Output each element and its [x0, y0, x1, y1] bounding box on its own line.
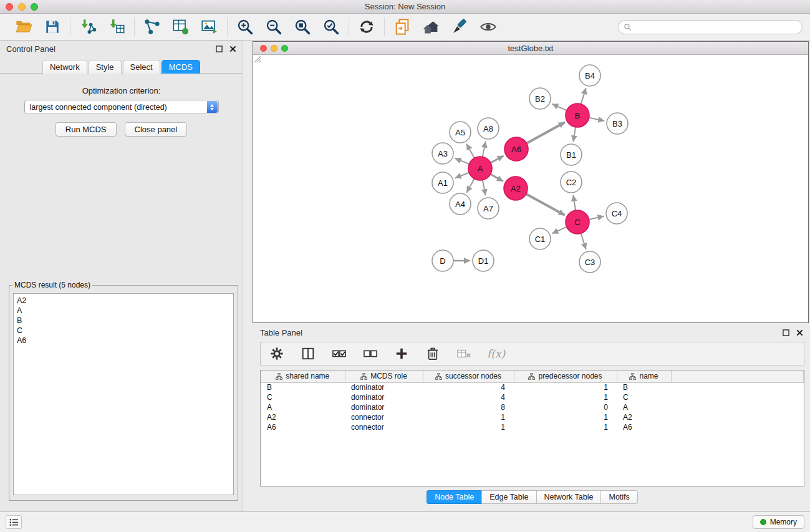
column-header-predecessor-nodes[interactable]: predecessor nodes	[514, 370, 617, 382]
edge-A6-B[interactable]	[527, 122, 565, 143]
node-C[interactable]: C	[566, 210, 589, 234]
edge-C-C1[interactable]	[552, 227, 567, 234]
gear-icon[interactable]	[269, 346, 285, 362]
close-panel-icon[interactable]	[229, 45, 236, 52]
node-A7[interactable]: A7	[478, 198, 499, 219]
edge-A-A5[interactable]	[466, 143, 475, 158]
float-panel-icon[interactable]	[215, 45, 223, 52]
node-D1[interactable]: D1	[473, 250, 494, 271]
delete-table-icon[interactable]	[456, 346, 472, 362]
column-header-successor-nodes[interactable]: successor nodes	[423, 370, 514, 382]
edge-C-C2[interactable]	[573, 195, 576, 211]
mcds-result-item[interactable]: A6	[17, 336, 230, 346]
tab-network[interactable]: Network	[42, 60, 87, 74]
home-icon[interactable]	[421, 17, 441, 37]
table-cell[interactable]: A2	[617, 412, 671, 422]
mcds-result-item[interactable]: A2	[17, 296, 230, 306]
table-cell[interactable]: 1	[514, 392, 617, 402]
table-cell[interactable]: dominator	[345, 382, 423, 392]
table-cell[interactable]: 1	[514, 422, 617, 432]
node-C3[interactable]: C3	[579, 251, 600, 273]
edge-A-A3[interactable]	[455, 158, 470, 164]
node-B4[interactable]: B4	[579, 65, 600, 86]
import-network-icon[interactable]	[78, 17, 98, 37]
node-A6[interactable]: A6	[504, 137, 528, 161]
task-history-button[interactable]	[6, 515, 22, 529]
close-window-icon[interactable]	[6, 3, 13, 11]
node-B2[interactable]: B2	[529, 88, 551, 109]
zoom-selected-icon[interactable]	[321, 17, 341, 37]
edge-A-A4[interactable]	[466, 179, 474, 193]
node-A5[interactable]: A5	[450, 122, 471, 143]
annotation-brush-icon[interactable]	[450, 17, 470, 37]
column-header-shared-name[interactable]: shared name	[261, 370, 345, 382]
column-header-mcds-role[interactable]: MCDS role	[345, 370, 423, 382]
network-share-icon[interactable]	[142, 17, 162, 37]
node-A2[interactable]: A2	[504, 177, 528, 200]
zoom-in-icon[interactable]	[235, 17, 255, 37]
run-mcds-button[interactable]: Run MCDS	[55, 122, 117, 137]
eye-icon[interactable]	[478, 17, 498, 37]
table-cell[interactable]: dominator	[345, 402, 423, 412]
add-column-icon[interactable]	[393, 346, 410, 362]
copy-document-icon[interactable]	[392, 17, 412, 37]
table-cell[interactable]: dominator	[345, 392, 423, 402]
function-builder-icon[interactable]: f(x)	[487, 347, 505, 360]
tab-edge-table[interactable]: Edge Table	[481, 490, 536, 504]
edge-B-B4[interactable]	[581, 88, 586, 104]
tab-mcds[interactable]: MCDS	[162, 60, 200, 74]
tab-network-table[interactable]: Network Table	[536, 490, 602, 504]
search-input[interactable]	[635, 22, 797, 31]
zoom-fit-icon[interactable]	[292, 17, 312, 37]
edge-A-A8[interactable]	[483, 142, 486, 157]
node-C4[interactable]: C4	[606, 203, 627, 224]
search-field[interactable]	[618, 20, 803, 34]
node-A8[interactable]: A8	[478, 118, 499, 139]
column-header-name[interactable]: name	[617, 370, 671, 382]
edge-B-B3[interactable]	[589, 118, 605, 121]
table-cell[interactable]: 1	[423, 422, 514, 432]
table-cell[interactable]: 4	[423, 392, 514, 402]
network-canvas[interactable]: B4B2BB3A5A8A6A3B1AC2A1A2A4A7C4CC1C3DD1	[253, 55, 808, 322]
table-cell[interactable]: B	[617, 382, 671, 392]
memory-button[interactable]: Memory	[753, 515, 804, 529]
mcds-result-item[interactable]: A	[17, 306, 230, 316]
network-zoom-icon[interactable]	[281, 45, 288, 52]
edge-A-A6[interactable]	[491, 156, 504, 163]
table-cell[interactable]: connector	[345, 412, 423, 422]
criterion-dropdown[interactable]: largest connected component (directed)	[24, 100, 219, 114]
edge-A-A7[interactable]	[483, 180, 486, 196]
node-B1[interactable]: B1	[561, 144, 582, 165]
node-A4[interactable]: A4	[450, 193, 471, 215]
node-A3[interactable]: A3	[432, 143, 453, 164]
node-table[interactable]: shared nameMCDS rolesuccessor nodesprede…	[260, 370, 804, 486]
table-cell[interactable]: C	[261, 392, 345, 402]
deselect-all-icon[interactable]	[362, 346, 378, 362]
edge-A-A2[interactable]	[491, 174, 503, 181]
node-B[interactable]: B	[566, 104, 589, 127]
table-cell[interactable]: B	[261, 382, 345, 392]
table-cell[interactable]: A2	[261, 412, 345, 422]
network-table-icon[interactable]	[171, 17, 191, 37]
node-C1[interactable]: C1	[529, 228, 551, 249]
table-row[interactable]: Bdominator41B	[261, 382, 804, 392]
select-all-icon[interactable]	[331, 346, 347, 362]
open-folder-icon[interactable]	[14, 17, 34, 37]
table-cell[interactable]: A	[261, 402, 345, 412]
edge-C-C4[interactable]	[589, 216, 604, 220]
edge-B-B1[interactable]	[573, 127, 576, 142]
mcds-result-item[interactable]: C	[17, 326, 230, 336]
table-cell[interactable]: 1	[514, 382, 617, 392]
node-D[interactable]: D	[432, 250, 453, 271]
table-cell[interactable]: 1	[423, 412, 514, 422]
node-A1[interactable]: A1	[432, 172, 453, 193]
edge-A-A1[interactable]	[455, 173, 470, 178]
table-cell[interactable]: 4	[423, 382, 514, 392]
resize-grip-icon[interactable]	[253, 55, 261, 62]
table-row[interactable]: A2connector11A2	[261, 412, 804, 422]
table-cell[interactable]: A	[617, 402, 671, 412]
edge-A2-C[interactable]	[526, 194, 565, 215]
minimize-window-icon[interactable]	[18, 3, 26, 11]
node-B3[interactable]: B3	[607, 113, 628, 134]
table-float-panel-icon[interactable]	[782, 329, 789, 336]
